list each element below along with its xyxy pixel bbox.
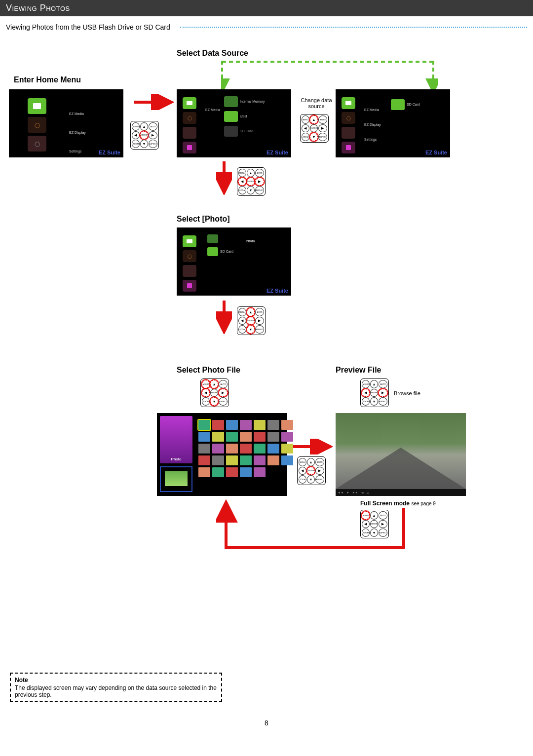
thumb	[212, 455, 224, 465]
subtitle-text: Viewing Photos from the USB Flash Drive …	[6, 23, 170, 31]
btn-menu: MENU	[302, 115, 309, 124]
btn-left: ◀	[362, 389, 370, 397]
thumb	[254, 455, 266, 465]
preview-toolbar: ◄◄►►►⟲⊞	[336, 489, 466, 496]
tile-d2	[183, 127, 196, 139]
label-ez-media: EZ Media	[69, 112, 84, 115]
btn-down: ▼	[310, 133, 318, 141]
arrow-photo-to-file	[216, 299, 232, 334]
dotted-rule	[180, 27, 527, 28]
btn-auto: AUTO	[318, 115, 327, 124]
home-menu-column: EZ Media ◯ EZ Display ◯ Settings	[28, 98, 46, 154]
tile-ez-media-s2	[342, 97, 355, 109]
thumb	[240, 420, 252, 430]
thumb	[226, 467, 238, 477]
tile-d3c	[183, 280, 196, 292]
btn-zoom: ZOOM	[238, 186, 246, 194]
thumb	[198, 432, 210, 442]
lbl-sd: SD Card	[407, 99, 420, 110]
btn-down: ▼	[140, 140, 148, 148]
thumb	[212, 420, 224, 430]
arrow-fullscreen-back	[216, 498, 409, 552]
thumb	[198, 420, 210, 430]
thumb	[267, 455, 279, 465]
btn-auto: AUTO	[315, 458, 324, 466]
screen-home-menu: EZ Media ◯ EZ Display ◯ Settings EZ Suit…	[9, 89, 123, 157]
lbl-internal: Internal Memory	[240, 96, 265, 107]
tile-d1b: ◯	[342, 112, 355, 124]
thumb	[212, 467, 224, 477]
btn-zoom: ZOOM	[302, 133, 309, 141]
diagram-area: Enter Home Menu Select Data Source Selec…	[0, 36, 533, 737]
btn-right: ▶	[318, 124, 327, 133]
btn-aspect: ASPECT	[315, 475, 324, 484]
purple-icon	[187, 145, 192, 150]
remote-enter-home: MENU ▲ AUTO ◀ ENTER ▶ ZOOM ▼ ASPECT	[130, 121, 159, 150]
btn-aspect: ASPECT	[318, 133, 327, 141]
step-preview-file: Preview File	[336, 366, 381, 375]
btn-enter: ENTER	[247, 317, 255, 325]
tile-ez-media	[28, 98, 46, 114]
thumb	[267, 420, 279, 430]
sub-internal	[224, 96, 238, 107]
photo-preview-thumb	[160, 466, 192, 492]
ez-media-icon	[345, 101, 351, 105]
arrow-home-to-source	[132, 94, 174, 110]
screen-photo-grid: Photo	[157, 413, 287, 496]
thumb	[254, 432, 266, 442]
btn-zoom: ZOOM	[299, 475, 306, 484]
btn-right: ▶	[255, 317, 264, 325]
sub-sd-p	[207, 247, 218, 256]
btn-aspect: ASPECT	[219, 397, 228, 406]
btn-zoom: ZOOM	[202, 397, 210, 406]
col-left-sd: EZ Media ◯ EZ Display Settings	[342, 97, 355, 156]
caption-browse-file: Browse file	[394, 390, 420, 396]
tile-d1c: ◯	[183, 250, 196, 262]
thumb	[240, 444, 252, 454]
thumb	[254, 444, 266, 454]
path-shape	[336, 448, 466, 489]
btn-zoom: ZOOM	[132, 140, 140, 148]
btn-menu: MENU	[238, 308, 246, 316]
btn-zoom: ZOOM	[362, 397, 370, 406]
toolbar-icon: ⊞	[367, 491, 369, 494]
submenu-sd: SD Card	[391, 99, 420, 112]
col-left-usb: EZ Media ◯	[183, 97, 196, 156]
page-number: 8	[0, 719, 533, 727]
remote-browse-file: MENU ▲ AUTO ◀ ENTER ▶ ZOOM ▼ ASPECT	[360, 378, 389, 407]
btn-left: ◀	[302, 124, 309, 133]
ez-media-icon	[187, 101, 192, 105]
toolbar-icon: ►	[346, 491, 349, 494]
brand-label: EZ Suite	[425, 150, 447, 155]
btn-down: ▼	[210, 397, 218, 406]
lbl-usb: USB	[240, 111, 247, 122]
btn-auto: AUTO	[219, 380, 228, 388]
toolbar-icon: ►►	[352, 491, 358, 494]
btn-left: ◀	[132, 131, 140, 140]
tile-d3b	[342, 142, 355, 153]
btn-aspect: ASPECT	[255, 325, 264, 334]
sub-top	[207, 234, 218, 243]
sub-sd-dim	[224, 126, 238, 137]
thumb	[198, 444, 210, 454]
brand-label: EZ Suite	[99, 150, 120, 155]
step-select-photo: Select [Photo]	[177, 215, 230, 224]
brand-label: EZ Suite	[266, 150, 288, 155]
thumb	[226, 432, 238, 442]
fullscreen-ref: see page 9	[411, 501, 436, 506]
thumb	[198, 467, 210, 477]
lbl-ez-display-s2: EZ Display	[364, 123, 381, 126]
btn-left: ◀	[202, 389, 210, 397]
caption-change-source: Change data source	[299, 97, 334, 109]
tile-d3	[183, 142, 196, 153]
btn-auto: AUTO	[255, 169, 264, 177]
toolbar-icon: ◄◄	[338, 491, 343, 494]
thumb	[212, 444, 224, 454]
note-box: Note The displayed screen may vary depen…	[10, 673, 222, 702]
tile-ez-media-p	[183, 235, 196, 247]
note-body: The displayed screen may vary depending …	[15, 684, 217, 698]
btn-enter: ENTER	[247, 178, 255, 186]
btn-enter: ENTER	[140, 131, 148, 140]
sub-sd	[391, 99, 405, 110]
btn-right: ▶	[149, 131, 157, 140]
